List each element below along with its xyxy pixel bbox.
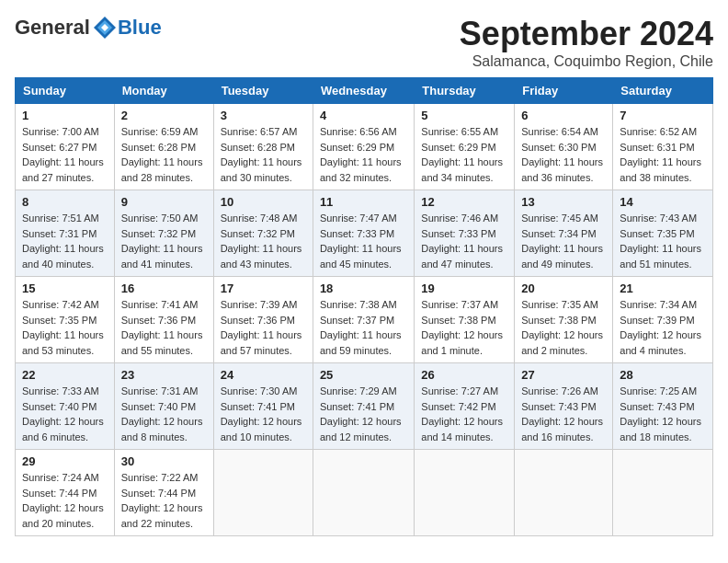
day-header-thursday: Thursday — [415, 78, 515, 104]
day-number: 26 — [421, 368, 507, 382]
day-info: Sunrise: 7:26 AMSunset: 7:43 PMDaylight:… — [521, 384, 606, 444]
calendar-cell: 15Sunrise: 7:42 AMSunset: 7:35 PMDayligh… — [16, 277, 115, 363]
day-info: Sunrise: 7:45 AMSunset: 7:34 PMDaylight:… — [521, 211, 606, 271]
day-header-wednesday: Wednesday — [313, 78, 414, 104]
calendar-cell: 26Sunrise: 7:27 AMSunset: 7:42 PMDayligh… — [415, 363, 515, 450]
day-info: Sunrise: 7:24 AMSunset: 7:44 PMDaylight:… — [22, 470, 108, 531]
day-number: 4 — [320, 109, 407, 122]
logo-icon — [92, 15, 118, 40]
day-number: 22 — [22, 368, 108, 382]
calendar-cell: 9Sunrise: 7:50 AMSunset: 7:32 PMDaylight… — [114, 190, 213, 277]
calendar-cell: 30Sunrise: 7:22 AMSunset: 7:44 PMDayligh… — [114, 450, 213, 536]
day-info: Sunrise: 7:35 AMSunset: 7:38 PMDaylight:… — [521, 297, 606, 358]
location: Salamanca, Coquimbo Region, Chile — [460, 53, 713, 70]
calendar-cell: 1Sunrise: 7:00 AMSunset: 6:27 PMDaylight… — [16, 104, 115, 190]
day-number: 17 — [221, 282, 306, 295]
day-number: 21 — [620, 282, 706, 295]
calendar-cell: 29Sunrise: 7:24 AMSunset: 7:44 PMDayligh… — [16, 450, 115, 536]
day-number: 13 — [521, 195, 606, 209]
day-header-saturday: Saturday — [613, 78, 713, 104]
day-number: 9 — [121, 195, 207, 209]
calendar: SundayMondayTuesdayWednesdayThursdayFrid… — [15, 77, 713, 536]
day-info: Sunrise: 7:51 AMSunset: 7:31 PMDaylight:… — [22, 211, 108, 271]
day-number: 28 — [620, 368, 706, 382]
day-number: 11 — [320, 195, 407, 209]
calendar-cell: 12Sunrise: 7:46 AMSunset: 7:33 PMDayligh… — [415, 190, 515, 277]
calendar-cell — [313, 450, 414, 536]
day-info: Sunrise: 7:43 AMSunset: 7:35 PMDaylight:… — [620, 211, 706, 271]
calendar-week-1: 1Sunrise: 7:00 AMSunset: 6:27 PMDaylight… — [16, 104, 713, 190]
day-info: Sunrise: 6:55 AMSunset: 6:29 PMDaylight:… — [421, 124, 507, 185]
day-info: Sunrise: 6:56 AMSunset: 6:29 PMDaylight:… — [320, 124, 407, 185]
day-info: Sunrise: 7:41 AMSunset: 7:36 PMDaylight:… — [121, 297, 207, 358]
day-info: Sunrise: 6:52 AMSunset: 6:31 PMDaylight:… — [620, 124, 706, 185]
title-section: September 2024 Salamanca, Coquimbo Regio… — [460, 15, 713, 70]
day-number: 30 — [121, 454, 207, 468]
day-number: 15 — [22, 282, 108, 295]
day-info: Sunrise: 7:34 AMSunset: 7:39 PMDaylight:… — [620, 297, 706, 358]
day-info: Sunrise: 7:00 AMSunset: 6:27 PMDaylight:… — [22, 124, 108, 185]
calendar-cell: 4Sunrise: 6:56 AMSunset: 6:29 PMDaylight… — [313, 104, 414, 190]
calendar-week-4: 22Sunrise: 7:33 AMSunset: 7:40 PMDayligh… — [16, 363, 713, 450]
day-number: 1 — [22, 109, 108, 122]
day-info: Sunrise: 7:47 AMSunset: 7:33 PMDaylight:… — [320, 211, 407, 271]
day-number: 14 — [620, 195, 706, 209]
logo-blue: Blue — [118, 16, 162, 40]
header-row: SundayMondayTuesdayWednesdayThursdayFrid… — [16, 78, 713, 104]
day-info: Sunrise: 6:59 AMSunset: 6:28 PMDaylight:… — [121, 124, 207, 185]
day-number: 5 — [421, 109, 507, 122]
calendar-cell: 7Sunrise: 6:52 AMSunset: 6:31 PMDaylight… — [613, 104, 713, 190]
day-header-monday: Monday — [114, 78, 213, 104]
calendar-week-2: 8Sunrise: 7:51 AMSunset: 7:31 PMDaylight… — [16, 190, 713, 277]
month-title: September 2024 — [460, 15, 713, 53]
day-number: 27 — [521, 368, 606, 382]
calendar-cell: 20Sunrise: 7:35 AMSunset: 7:38 PMDayligh… — [515, 277, 613, 363]
calendar-cell: 28Sunrise: 7:25 AMSunset: 7:43 PMDayligh… — [613, 363, 713, 450]
day-header-friday: Friday — [515, 78, 613, 104]
calendar-week-3: 15Sunrise: 7:42 AMSunset: 7:35 PMDayligh… — [16, 277, 713, 363]
day-number: 12 — [421, 195, 507, 209]
day-info: Sunrise: 7:38 AMSunset: 7:37 PMDaylight:… — [320, 297, 407, 358]
day-info: Sunrise: 7:30 AMSunset: 7:41 PMDaylight:… — [221, 384, 306, 444]
day-number: 20 — [521, 282, 606, 295]
day-info: Sunrise: 7:29 AMSunset: 7:41 PMDaylight:… — [320, 384, 407, 444]
day-info: Sunrise: 7:22 AMSunset: 7:44 PMDaylight:… — [121, 470, 207, 531]
calendar-cell: 22Sunrise: 7:33 AMSunset: 7:40 PMDayligh… — [16, 363, 115, 450]
calendar-cell: 3Sunrise: 6:57 AMSunset: 6:28 PMDaylight… — [213, 104, 313, 190]
calendar-cell: 2Sunrise: 6:59 AMSunset: 6:28 PMDaylight… — [114, 104, 213, 190]
day-number: 23 — [121, 368, 207, 382]
day-info: Sunrise: 7:25 AMSunset: 7:43 PMDaylight:… — [620, 384, 706, 444]
calendar-cell: 24Sunrise: 7:30 AMSunset: 7:41 PMDayligh… — [213, 363, 313, 450]
calendar-cell: 13Sunrise: 7:45 AMSunset: 7:34 PMDayligh… — [515, 190, 613, 277]
calendar-cell: 5Sunrise: 6:55 AMSunset: 6:29 PMDaylight… — [415, 104, 515, 190]
page-header: General Blue September 2024 Salamanca, C… — [15, 15, 713, 70]
day-number: 19 — [421, 282, 507, 295]
day-header-sunday: Sunday — [16, 78, 115, 104]
day-info: Sunrise: 6:54 AMSunset: 6:30 PMDaylight:… — [521, 124, 606, 185]
calendar-cell: 19Sunrise: 7:37 AMSunset: 7:38 PMDayligh… — [415, 277, 515, 363]
calendar-cell: 17Sunrise: 7:39 AMSunset: 7:36 PMDayligh… — [213, 277, 313, 363]
day-number: 3 — [221, 109, 306, 122]
calendar-cell: 10Sunrise: 7:48 AMSunset: 7:32 PMDayligh… — [213, 190, 313, 277]
calendar-cell: 6Sunrise: 6:54 AMSunset: 6:30 PMDaylight… — [515, 104, 613, 190]
calendar-cell: 27Sunrise: 7:26 AMSunset: 7:43 PMDayligh… — [515, 363, 613, 450]
day-number: 6 — [521, 109, 606, 122]
day-number: 16 — [121, 282, 207, 295]
day-info: Sunrise: 7:50 AMSunset: 7:32 PMDaylight:… — [121, 211, 207, 271]
calendar-cell: 8Sunrise: 7:51 AMSunset: 7:31 PMDaylight… — [16, 190, 115, 277]
calendar-cell: 21Sunrise: 7:34 AMSunset: 7:39 PMDayligh… — [613, 277, 713, 363]
day-info: Sunrise: 7:31 AMSunset: 7:40 PMDaylight:… — [121, 384, 207, 444]
calendar-cell: 16Sunrise: 7:41 AMSunset: 7:36 PMDayligh… — [114, 277, 213, 363]
day-info: Sunrise: 7:37 AMSunset: 7:38 PMDaylight:… — [421, 297, 507, 358]
day-number: 18 — [320, 282, 407, 295]
calendar-cell: 11Sunrise: 7:47 AMSunset: 7:33 PMDayligh… — [313, 190, 414, 277]
calendar-cell — [613, 450, 713, 536]
day-number: 25 — [320, 368, 407, 382]
logo-general: General — [15, 16, 90, 40]
day-number: 10 — [221, 195, 306, 209]
calendar-cell — [415, 450, 515, 536]
day-info: Sunrise: 6:57 AMSunset: 6:28 PMDaylight:… — [221, 124, 306, 185]
calendar-week-5: 29Sunrise: 7:24 AMSunset: 7:44 PMDayligh… — [16, 450, 713, 536]
day-info: Sunrise: 7:48 AMSunset: 7:32 PMDaylight:… — [221, 211, 306, 271]
day-info: Sunrise: 7:33 AMSunset: 7:40 PMDaylight:… — [22, 384, 108, 444]
